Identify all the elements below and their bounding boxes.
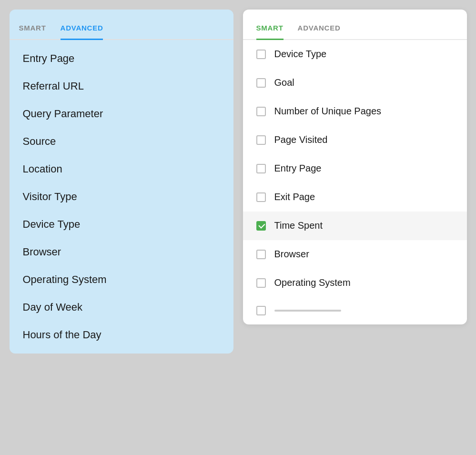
checkbox-unique-pages[interactable] [256, 107, 266, 116]
label-page-visited: Page Visited [274, 134, 328, 145]
checkbox-page-visited[interactable] [256, 135, 266, 145]
right-tab-bar: SMART ADVANCED [243, 10, 467, 40]
left-tab-bar: SMART ADVANCED [10, 10, 233, 40]
left-tab-smart[interactable]: SMART [19, 19, 46, 40]
right-list: Device Type Goal Number of Unique Pages … [243, 40, 467, 324]
left-item-visitor-type[interactable]: Visitor Type [10, 183, 233, 211]
checkbox-operating-system[interactable] [256, 278, 266, 288]
label-entry-page: Entry Page [274, 163, 322, 174]
left-list: Entry Page Referral URL Query Parameter … [10, 40, 233, 354]
label-browser: Browser [274, 249, 309, 260]
left-item-location[interactable]: Location [10, 155, 233, 183]
checkbox-placeholder[interactable] [256, 306, 266, 315]
checkbox-time-spent[interactable] [256, 221, 266, 231]
left-panel: SMART ADVANCED Entry Page Referral URL Q… [10, 10, 233, 354]
label-operating-system: Operating System [274, 277, 351, 288]
left-item-source[interactable]: Source [10, 128, 233, 155]
checkbox-entry-page[interactable] [256, 164, 266, 173]
label-unique-pages: Number of Unique Pages [274, 106, 382, 117]
right-item-entry-page[interactable]: Entry Page [243, 154, 467, 183]
right-item-placeholder[interactable] [243, 297, 467, 324]
left-item-referral-url[interactable]: Referral URL [10, 72, 233, 100]
right-item-goal[interactable]: Goal [243, 69, 467, 97]
left-item-day-of-week[interactable]: Day of Week [10, 293, 233, 321]
right-item-exit-page[interactable]: Exit Page [243, 183, 467, 212]
right-item-device-type[interactable]: Device Type [243, 40, 467, 69]
checkbox-device-type[interactable] [256, 50, 266, 59]
right-item-time-spent[interactable]: Time Spent [243, 212, 467, 240]
left-item-entry-page[interactable]: Entry Page [10, 45, 233, 72]
label-device-type: Device Type [274, 49, 327, 60]
right-tab-smart[interactable]: SMART [256, 19, 284, 40]
left-tab-advanced[interactable]: ADVANCED [61, 19, 103, 40]
left-item-operating-system[interactable]: Operating System [10, 266, 233, 293]
left-item-device-type[interactable]: Device Type [10, 211, 233, 238]
label-time-spent: Time Spent [274, 220, 323, 231]
right-panel: SMART ADVANCED Device Type Goal Number o… [243, 10, 467, 324]
right-item-page-visited[interactable]: Page Visited [243, 126, 467, 154]
label-goal: Goal [274, 77, 294, 88]
right-item-browser[interactable]: Browser [243, 240, 467, 269]
right-item-unique-pages[interactable]: Number of Unique Pages [243, 97, 467, 126]
checkbox-browser[interactable] [256, 250, 266, 259]
placeholder-label [274, 310, 341, 312]
checkbox-exit-page[interactable] [256, 192, 266, 202]
right-tab-advanced[interactable]: ADVANCED [298, 19, 341, 40]
label-exit-page: Exit Page [274, 192, 315, 202]
left-item-browser[interactable]: Browser [10, 238, 233, 266]
right-item-operating-system[interactable]: Operating System [243, 269, 467, 297]
left-item-query-parameter[interactable]: Query Parameter [10, 100, 233, 128]
checkbox-goal[interactable] [256, 78, 266, 88]
left-item-hours-of-day[interactable]: Hours of the Day [10, 321, 233, 349]
